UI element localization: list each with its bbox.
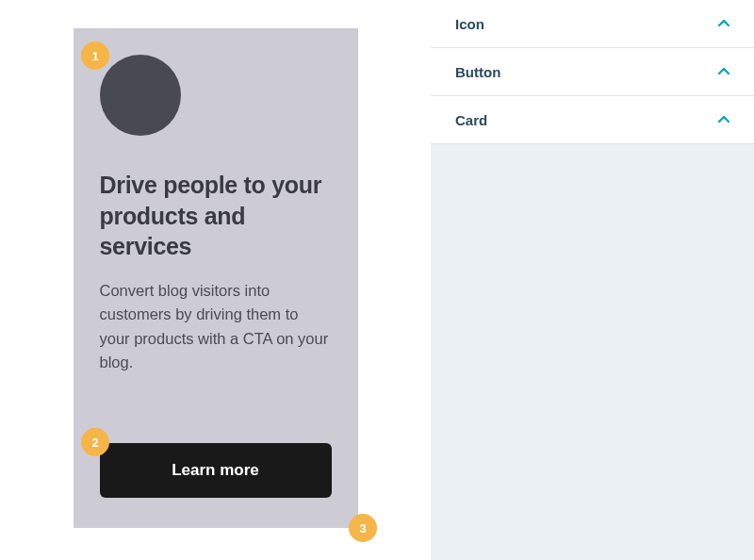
card-icon-placeholder <box>100 55 181 136</box>
marker-number: 2 <box>91 436 98 450</box>
accordion-item-card[interactable]: Card <box>431 96 754 144</box>
accordion-label: Icon <box>455 16 484 32</box>
preview-area: Drive people to your products and servic… <box>0 0 431 560</box>
accordion-item-button[interactable]: Button <box>431 48 754 96</box>
button-label: Learn more <box>172 461 259 480</box>
chevron-up-icon <box>718 68 729 75</box>
learn-more-button[interactable]: Learn more <box>100 443 332 498</box>
accordion-label: Card <box>455 112 487 128</box>
marker-number: 1 <box>91 49 98 63</box>
card: Drive people to your products and servic… <box>74 28 358 528</box>
accordion-label: Button <box>455 64 500 80</box>
annotation-marker-2[interactable]: 2 <box>81 428 109 456</box>
chevron-up-icon <box>718 116 729 124</box>
marker-number: 3 <box>359 521 366 535</box>
annotation-marker-1[interactable]: 1 <box>81 41 109 70</box>
sidebar: Icon Button Card <box>431 0 754 560</box>
card-title: Drive people to your products and servic… <box>100 170 332 262</box>
chevron-up-icon <box>718 20 729 27</box>
card-description: Convert blog visitors into customers by … <box>100 279 332 375</box>
annotation-marker-3[interactable]: 3 <box>349 514 377 542</box>
accordion-item-icon[interactable]: Icon <box>431 0 754 48</box>
